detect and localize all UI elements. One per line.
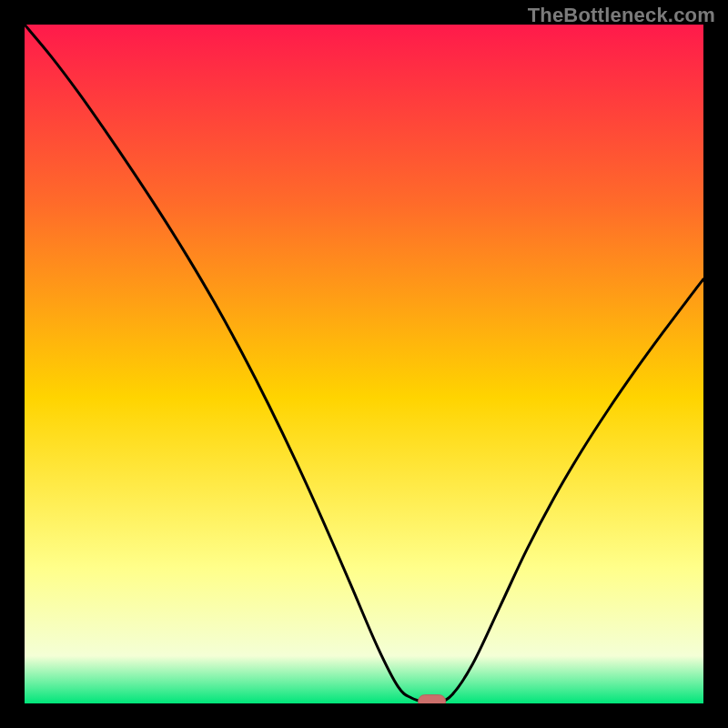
optimal-point-marker — [419, 695, 446, 703]
gradient-background — [25, 25, 703, 703]
chart-frame: TheBottleneck.com — [0, 0, 728, 728]
plot-area — [25, 25, 703, 703]
watermark-text: TheBottleneck.com — [528, 4, 715, 27]
plot-svg — [25, 25, 703, 703]
